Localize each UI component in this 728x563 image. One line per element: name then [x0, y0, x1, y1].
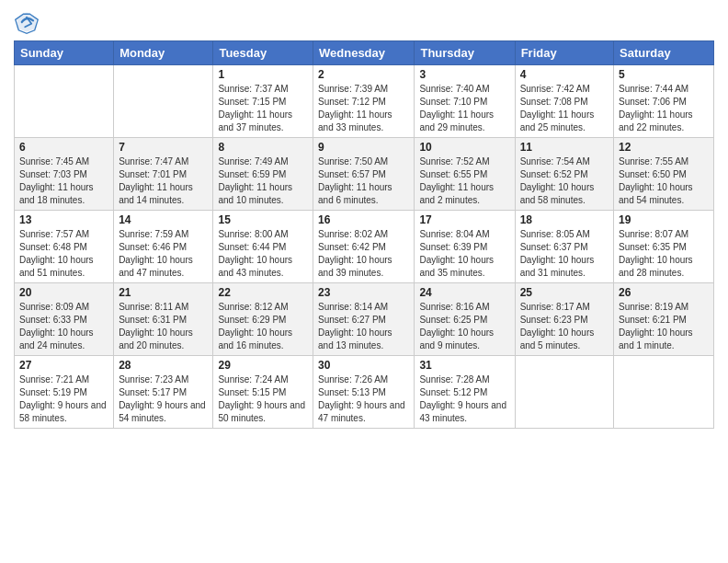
day-detail: Sunrise: 7:44 AM Sunset: 7:06 PM Dayligh…	[619, 83, 709, 134]
calendar-cell: 15Sunrise: 8:00 AM Sunset: 6:44 PM Dayli…	[213, 211, 313, 283]
calendar-cell: 31Sunrise: 7:28 AM Sunset: 5:12 PM Dayli…	[415, 356, 515, 429]
day-number: 10	[419, 141, 509, 154]
day-detail: Sunrise: 7:47 AM Sunset: 7:01 PM Dayligh…	[119, 155, 208, 207]
day-detail: Sunrise: 8:12 AM Sunset: 6:29 PM Dayligh…	[218, 301, 308, 352]
calendar-cell	[515, 356, 613, 429]
day-detail: Sunrise: 7:39 AM Sunset: 7:12 PM Dayligh…	[318, 83, 409, 134]
day-number: 18	[520, 213, 609, 226]
calendar-week-row: 13Sunrise: 7:57 AM Sunset: 6:48 PM Dayli…	[15, 211, 714, 283]
day-detail: Sunrise: 7:57 AM Sunset: 6:48 PM Dayligh…	[19, 228, 108, 280]
calendar-cell: 4Sunrise: 7:42 AM Sunset: 7:08 PM Daylig…	[515, 65, 613, 138]
calendar-cell: 21Sunrise: 8:11 AM Sunset: 6:31 PM Dayli…	[114, 283, 213, 356]
day-detail: Sunrise: 7:42 AM Sunset: 7:08 PM Dayligh…	[520, 83, 609, 134]
day-number: 23	[318, 286, 409, 299]
day-number: 21	[119, 286, 208, 299]
calendar-cell: 27Sunrise: 7:21 AM Sunset: 5:19 PM Dayli…	[15, 356, 114, 429]
calendar-cell: 28Sunrise: 7:23 AM Sunset: 5:17 PM Dayli…	[114, 356, 213, 429]
day-number: 9	[318, 141, 409, 154]
day-number: 5	[619, 68, 709, 81]
day-detail: Sunrise: 7:52 AM Sunset: 6:55 PM Dayligh…	[419, 155, 509, 207]
calendar-cell: 14Sunrise: 7:59 AM Sunset: 6:46 PM Dayli…	[114, 211, 213, 283]
day-number: 6	[19, 141, 108, 154]
weekday-header: Tuesday	[213, 41, 313, 65]
day-detail: Sunrise: 7:26 AM Sunset: 5:13 PM Dayligh…	[318, 373, 409, 425]
day-number: 28	[119, 359, 208, 372]
day-number: 4	[520, 68, 609, 81]
day-number: 14	[119, 213, 208, 226]
calendar-cell: 26Sunrise: 8:19 AM Sunset: 6:21 PM Dayli…	[614, 283, 714, 356]
calendar-cell: 30Sunrise: 7:26 AM Sunset: 5:13 PM Dayli…	[313, 356, 415, 429]
day-detail: Sunrise: 7:23 AM Sunset: 5:17 PM Dayligh…	[119, 373, 208, 425]
calendar-cell: 10Sunrise: 7:52 AM Sunset: 6:55 PM Dayli…	[415, 138, 515, 211]
day-number: 25	[520, 286, 609, 299]
day-detail: Sunrise: 8:07 AM Sunset: 6:35 PM Dayligh…	[619, 228, 709, 280]
header	[14, 9, 714, 35]
day-number: 15	[218, 213, 308, 226]
day-detail: Sunrise: 7:59 AM Sunset: 6:46 PM Dayligh…	[119, 228, 208, 280]
calendar-cell	[114, 65, 213, 138]
day-number: 2	[318, 68, 409, 81]
day-detail: Sunrise: 7:28 AM Sunset: 5:12 PM Dayligh…	[419, 373, 509, 425]
calendar-cell: 9Sunrise: 7:50 AM Sunset: 6:57 PM Daylig…	[313, 138, 415, 211]
calendar-header-row: SundayMondayTuesdayWednesdayThursdayFrid…	[15, 41, 714, 65]
weekday-header: Sunday	[15, 41, 114, 65]
day-detail: Sunrise: 7:21 AM Sunset: 5:19 PM Dayligh…	[19, 373, 108, 425]
weekday-header: Monday	[114, 41, 213, 65]
calendar-cell: 7Sunrise: 7:47 AM Sunset: 7:01 PM Daylig…	[114, 138, 213, 211]
day-detail: Sunrise: 7:49 AM Sunset: 6:59 PM Dayligh…	[218, 155, 308, 207]
day-detail: Sunrise: 7:24 AM Sunset: 5:15 PM Dayligh…	[218, 373, 308, 425]
day-number: 16	[318, 213, 409, 226]
day-detail: Sunrise: 8:00 AM Sunset: 6:44 PM Dayligh…	[218, 228, 308, 280]
day-number: 12	[619, 141, 709, 154]
calendar-cell: 23Sunrise: 8:14 AM Sunset: 6:27 PM Dayli…	[313, 283, 415, 356]
calendar-cell: 11Sunrise: 7:54 AM Sunset: 6:52 PM Dayli…	[515, 138, 613, 211]
calendar-cell	[15, 65, 114, 138]
day-number: 22	[218, 286, 308, 299]
page: SundayMondayTuesdayWednesdayThursdayFrid…	[0, 0, 728, 563]
calendar-cell: 24Sunrise: 8:16 AM Sunset: 6:25 PM Dayli…	[415, 283, 515, 356]
day-detail: Sunrise: 7:55 AM Sunset: 6:50 PM Dayligh…	[619, 155, 709, 207]
day-number: 27	[19, 359, 108, 372]
day-detail: Sunrise: 8:16 AM Sunset: 6:25 PM Dayligh…	[419, 301, 509, 352]
day-detail: Sunrise: 7:37 AM Sunset: 7:15 PM Dayligh…	[218, 83, 308, 134]
calendar-week-row: 6Sunrise: 7:45 AM Sunset: 7:03 PM Daylig…	[15, 138, 714, 211]
calendar-cell: 18Sunrise: 8:05 AM Sunset: 6:37 PM Dayli…	[515, 211, 613, 283]
calendar-cell: 29Sunrise: 7:24 AM Sunset: 5:15 PM Dayli…	[213, 356, 313, 429]
day-number: 20	[19, 286, 108, 299]
weekday-header: Friday	[515, 41, 613, 65]
day-number: 1	[218, 68, 308, 81]
calendar-cell: 13Sunrise: 7:57 AM Sunset: 6:48 PM Dayli…	[15, 211, 114, 283]
calendar-cell: 1Sunrise: 7:37 AM Sunset: 7:15 PM Daylig…	[213, 65, 313, 138]
calendar-cell: 19Sunrise: 8:07 AM Sunset: 6:35 PM Dayli…	[614, 211, 714, 283]
day-number: 24	[419, 286, 509, 299]
day-number: 17	[419, 213, 509, 226]
day-detail: Sunrise: 8:14 AM Sunset: 6:27 PM Dayligh…	[318, 301, 409, 352]
day-number: 13	[19, 213, 108, 226]
calendar-cell: 3Sunrise: 7:40 AM Sunset: 7:10 PM Daylig…	[415, 65, 515, 138]
day-detail: Sunrise: 8:11 AM Sunset: 6:31 PM Dayligh…	[119, 301, 208, 352]
day-detail: Sunrise: 7:54 AM Sunset: 6:52 PM Dayligh…	[520, 155, 609, 207]
day-detail: Sunrise: 8:05 AM Sunset: 6:37 PM Dayligh…	[520, 228, 609, 280]
day-detail: Sunrise: 8:09 AM Sunset: 6:33 PM Dayligh…	[19, 301, 108, 352]
day-detail: Sunrise: 7:50 AM Sunset: 6:57 PM Dayligh…	[318, 155, 409, 207]
weekday-header: Saturday	[614, 41, 714, 65]
calendar-week-row: 1Sunrise: 7:37 AM Sunset: 7:15 PM Daylig…	[15, 65, 714, 138]
day-number: 11	[520, 141, 609, 154]
logo-icon	[14, 9, 40, 35]
calendar-cell: 6Sunrise: 7:45 AM Sunset: 7:03 PM Daylig…	[15, 138, 114, 211]
day-number: 29	[218, 359, 308, 372]
weekday-header: Wednesday	[313, 41, 415, 65]
calendar-cell: 17Sunrise: 8:04 AM Sunset: 6:39 PM Dayli…	[415, 211, 515, 283]
day-detail: Sunrise: 7:45 AM Sunset: 7:03 PM Dayligh…	[19, 155, 108, 207]
svg-marker-0	[17, 13, 37, 32]
calendar-cell: 25Sunrise: 8:17 AM Sunset: 6:23 PM Dayli…	[515, 283, 613, 356]
day-detail: Sunrise: 8:19 AM Sunset: 6:21 PM Dayligh…	[619, 301, 709, 352]
calendar-cell: 8Sunrise: 7:49 AM Sunset: 6:59 PM Daylig…	[213, 138, 313, 211]
weekday-header: Thursday	[415, 41, 515, 65]
day-number: 8	[218, 141, 308, 154]
day-detail: Sunrise: 8:02 AM Sunset: 6:42 PM Dayligh…	[318, 228, 409, 280]
calendar-cell	[614, 356, 714, 429]
calendar-cell: 16Sunrise: 8:02 AM Sunset: 6:42 PM Dayli…	[313, 211, 415, 283]
day-detail: Sunrise: 8:17 AM Sunset: 6:23 PM Dayligh…	[520, 301, 609, 352]
calendar-cell: 12Sunrise: 7:55 AM Sunset: 6:50 PM Dayli…	[614, 138, 714, 211]
